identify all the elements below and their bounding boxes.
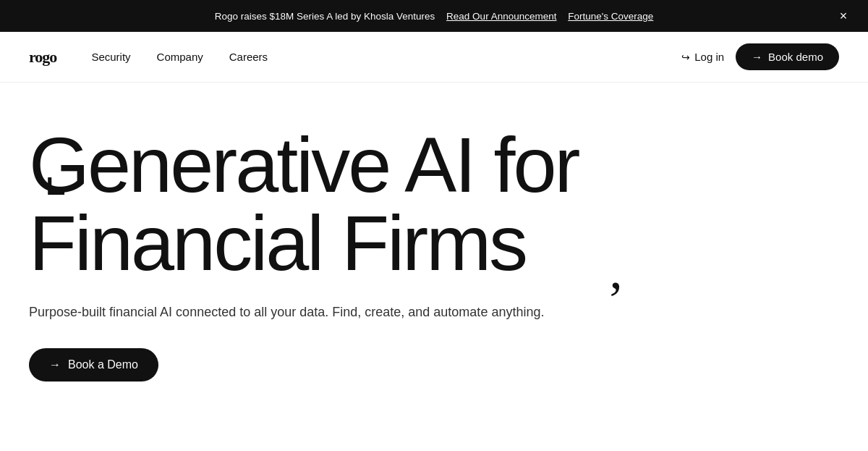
book-demo-label: Book demo (768, 51, 823, 63)
login-button[interactable]: ↪ Log in (681, 51, 724, 63)
book-demo-arrow-icon: → (752, 51, 762, 63)
nav-actions: ↪ Log in → Book demo (681, 43, 839, 70)
login-label: Log in (694, 51, 724, 63)
announcement-text: Rogo raises $18M Series A led by Khosla … (215, 11, 435, 22)
book-demo-button[interactable]: → Book demo (736, 43, 839, 70)
quote-mark-right: ’ (607, 274, 622, 326)
hero-title: Generative AI for Financial Firms ’ (29, 126, 839, 282)
hero-cta-label: Book a Demo (68, 358, 138, 371)
hero-title-line1: Generative AI for (29, 121, 578, 208)
nav-link-security[interactable]: Security (91, 51, 130, 63)
hero-cta-button[interactable]: → Book a Demo (29, 348, 158, 382)
hero-cta-arrow-icon: → (49, 358, 61, 371)
login-arrow-icon: ↪ (681, 51, 690, 63)
banner-close-button[interactable]: × (833, 6, 854, 26)
logo[interactable]: rogo (29, 48, 56, 67)
announcement-link2[interactable]: Fortune's Coverage (568, 11, 653, 22)
hero-subtitle: Purpose-built financial AI connected to … (29, 303, 839, 322)
announcement-banner: Rogo raises $18M Series A led by Khosla … (0, 0, 868, 32)
navbar: rogo Security Company Careers ↪ Log in →… (0, 32, 868, 83)
hero-title-line2: Financial Firms (29, 199, 526, 287)
nav-link-company[interactable]: Company (157, 51, 203, 63)
nav-link-careers[interactable]: Careers (229, 51, 268, 63)
announcement-link1[interactable]: Read Our Announcement (446, 11, 556, 22)
hero-section: ⌞ Generative AI for Financial Firms ’ Pu… (0, 83, 868, 410)
nav-links: Security Company Careers (91, 51, 681, 63)
